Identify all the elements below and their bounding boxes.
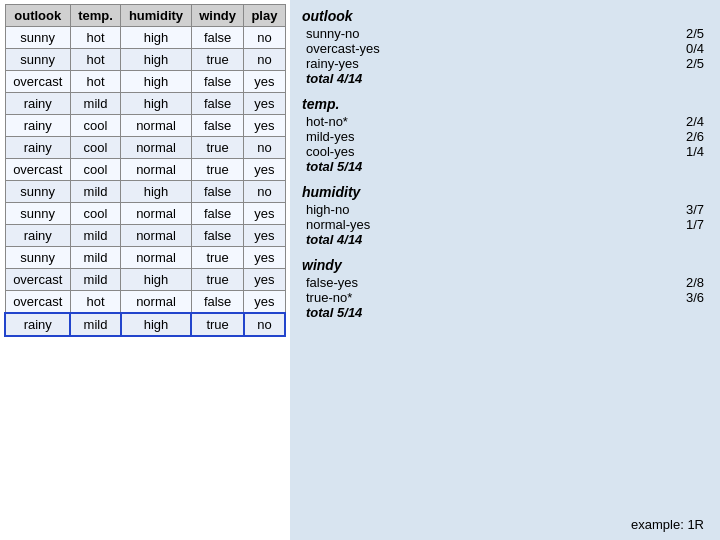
table-cell: true — [191, 159, 243, 181]
info-row-label: rainy-yes — [306, 56, 668, 71]
info-row: sunny-no2/5 — [302, 26, 708, 41]
right-panel: outlook sunny-no2/5overcast-yes0/4rainy-… — [290, 0, 720, 540]
table-cell: overcast — [5, 291, 70, 314]
table-cell: yes — [244, 291, 285, 314]
info-row-label: cool-yes — [306, 144, 668, 159]
info-row: overcast-yes0/4 — [302, 41, 708, 56]
info-row-label: normal-yes — [306, 217, 668, 232]
table-cell: hot — [70, 27, 120, 49]
info-row-value: 3/6 — [668, 290, 704, 305]
table-cell: normal — [121, 203, 192, 225]
table-cell: overcast — [5, 71, 70, 93]
info-row: rainy-yes2/5 — [302, 56, 708, 71]
temp-total: total 5/14 — [302, 159, 708, 174]
info-row-label: sunny-no — [306, 26, 668, 41]
table-cell: sunny — [5, 247, 70, 269]
table-cell: rainy — [5, 115, 70, 137]
table-cell: yes — [244, 71, 285, 93]
table-cell: mild — [70, 247, 120, 269]
humidity-rows: high-no3/7normal-yes1/7 — [302, 202, 708, 232]
table-cell: overcast — [5, 159, 70, 181]
data-table: outlooktemp.humiditywindyplay sunnyhothi… — [4, 4, 286, 337]
table-cell: false — [191, 71, 243, 93]
table-cell: sunny — [5, 203, 70, 225]
table-body: sunnyhothighfalsenosunnyhothightruenoove… — [5, 27, 285, 337]
table-cell: high — [121, 269, 192, 291]
outlook-rows: sunny-no2/5overcast-yes0/4rainy-yes2/5 — [302, 26, 708, 71]
table-cell: false — [191, 203, 243, 225]
info-row-value: 2/5 — [668, 56, 704, 71]
table-cell: rainy — [5, 93, 70, 115]
table-cell: normal — [121, 159, 192, 181]
table-cell: true — [191, 269, 243, 291]
table-cell: true — [191, 247, 243, 269]
table-cell: normal — [121, 247, 192, 269]
table-cell: true — [191, 137, 243, 159]
info-row-label: high-no — [306, 202, 668, 217]
example-row: example: 1R — [302, 517, 708, 532]
humidity-title: humidity — [302, 184, 708, 200]
table-cell: high — [121, 93, 192, 115]
table-cell: false — [191, 115, 243, 137]
table-cell: high — [121, 181, 192, 203]
table-cell: false — [191, 27, 243, 49]
info-row-label: hot-no* — [306, 114, 668, 129]
table-cell: yes — [244, 247, 285, 269]
table-row: rainymildhightrueno — [5, 313, 285, 336]
table-cell: yes — [244, 115, 285, 137]
info-row-label: true-no* — [306, 290, 668, 305]
table-cell: high — [121, 49, 192, 71]
table-cell: normal — [121, 225, 192, 247]
table-cell: no — [244, 137, 285, 159]
table-cell: hot — [70, 71, 120, 93]
info-row-value: 3/7 — [668, 202, 704, 217]
table-cell: no — [244, 313, 285, 336]
table-cell: false — [191, 291, 243, 314]
table-cell: yes — [244, 159, 285, 181]
info-row-value: 2/5 — [668, 26, 704, 41]
temp-block: temp. hot-no*2/4mild-yes2/6cool-yes1/4 t… — [302, 96, 708, 174]
table-cell: rainy — [5, 313, 70, 336]
table-row: rainycoolnormalfalseyes — [5, 115, 285, 137]
info-row: true-no*3/6 — [302, 290, 708, 305]
table-row: overcasthothighfalseyes — [5, 71, 285, 93]
table-header-row: outlooktemp.humiditywindyplay — [5, 5, 285, 27]
info-row-label: overcast-yes — [306, 41, 668, 56]
windy-rows: false-yes2/8true-no*3/6 — [302, 275, 708, 305]
table-row: rainymildnormalfalseyes — [5, 225, 285, 247]
table-row: sunnycoolnormalfalseyes — [5, 203, 285, 225]
table-cell: cool — [70, 115, 120, 137]
info-row: false-yes2/8 — [302, 275, 708, 290]
temp-rows: hot-no*2/4mild-yes2/6cool-yes1/4 — [302, 114, 708, 159]
info-row: high-no3/7 — [302, 202, 708, 217]
table-cell: cool — [70, 203, 120, 225]
table-cell: overcast — [5, 269, 70, 291]
info-row: cool-yes1/4 — [302, 144, 708, 159]
table-cell: sunny — [5, 181, 70, 203]
table-cell: true — [191, 49, 243, 71]
table-cell: false — [191, 225, 243, 247]
table-row: overcasthotnormalfalseyes — [5, 291, 285, 314]
table-header-cell: outlook — [5, 5, 70, 27]
table-cell: sunny — [5, 49, 70, 71]
table-row: overcastcoolnormaltrueyes — [5, 159, 285, 181]
table-cell: mild — [70, 93, 120, 115]
info-row-value: 2/8 — [668, 275, 704, 290]
table-cell: high — [121, 71, 192, 93]
table-cell: normal — [121, 137, 192, 159]
table-header-cell: temp. — [70, 5, 120, 27]
humidity-block: humidity high-no3/7normal-yes1/7 total 4… — [302, 184, 708, 247]
table-cell: mild — [70, 269, 120, 291]
table-cell: yes — [244, 203, 285, 225]
table-cell: cool — [70, 159, 120, 181]
table-row: sunnymildnormaltrueyes — [5, 247, 285, 269]
table-row: sunnyhothightrueno — [5, 49, 285, 71]
table-cell: mild — [70, 225, 120, 247]
table-header-cell: play — [244, 5, 285, 27]
table-cell: high — [121, 27, 192, 49]
outlook-total: total 4/14 — [302, 71, 708, 86]
outlook-block: outlook sunny-no2/5overcast-yes0/4rainy-… — [302, 8, 708, 86]
table-cell: false — [191, 93, 243, 115]
table-cell: rainy — [5, 137, 70, 159]
table-cell: normal — [121, 115, 192, 137]
